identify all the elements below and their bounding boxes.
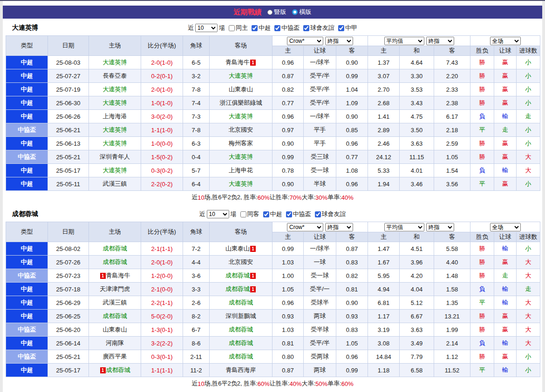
filter-checkbox-input[interactable] [252, 25, 258, 31]
filter-checkbox-2[interactable]: 中協盃 [286, 210, 311, 218]
team-link[interactable]: 武漢三鎮 [103, 180, 127, 187]
team-link[interactable]: 深圳新鵬城 [226, 312, 256, 319]
team-link[interactable]: 上海海港 [103, 113, 127, 120]
filter-checkbox-3[interactable]: 球會友誼 [315, 210, 346, 218]
team-link[interactable]: 成都蓉城 [229, 339, 253, 346]
team-link[interactable]: 成都蓉城 [103, 312, 127, 319]
corner-cell: 3-6 [183, 269, 210, 283]
odds-column-header-6: 胜负 [470, 232, 494, 242]
radio-icon[interactable] [267, 10, 272, 15]
result-goals-cell: 小 [517, 177, 540, 191]
handicap-cell: 两球 [304, 364, 336, 377]
result-handicap-cell: 赢 [494, 69, 517, 83]
result-text: 赢 [502, 99, 508, 106]
average-select[interactable]: 平均值 [384, 37, 424, 45]
book-index-select[interactable]: 終指 [325, 37, 353, 45]
filter-checkbox-input[interactable] [240, 211, 246, 217]
team-link[interactable]: 長春亞泰 [103, 72, 127, 79]
radio-label-horizontal: 橫版 [300, 8, 312, 16]
scope-select[interactable]: 全场 [490, 37, 521, 45]
team-link[interactable]: 山東泰山 [225, 245, 250, 252]
team-link[interactable]: 成都蓉城 [106, 366, 130, 373]
type-cell: 中超 [6, 96, 48, 110]
team-link[interactable]: 河南隊 [106, 339, 124, 346]
scope-select[interactable]: 全场 [490, 223, 521, 231]
team-link[interactable]: 青島海牛 [225, 59, 250, 66]
team-link[interactable]: 浙江俱樂部綠城 [220, 99, 262, 106]
away-team-cell: 深圳新鵬城 [210, 310, 272, 323]
team-link[interactable]: 深圳青年人 [100, 153, 130, 160]
filter-checkbox-input[interactable] [315, 211, 321, 217]
team-link[interactable]: 大連英博 [229, 113, 253, 120]
corner-cell: 0-4 [183, 150, 210, 164]
score-cell: 2-0(1-0) [141, 83, 183, 96]
team-link[interactable]: 大連英博 [103, 126, 127, 133]
team-link[interactable]: 青島西海岸 [226, 366, 256, 373]
team-link[interactable]: 大連英博 [103, 99, 127, 106]
filter-checkbox-input[interactable] [229, 25, 235, 31]
filter-checkbox-1[interactable]: 中超 [263, 210, 282, 218]
team-link[interactable]: 廣西平果 [103, 353, 127, 360]
recent-count-select[interactable]: 10 [207, 210, 229, 218]
radio-icon[interactable] [292, 9, 298, 15]
result-outcome-cell: 負 [470, 337, 494, 350]
team-link[interactable]: 成都蓉城 [225, 285, 250, 292]
team-link[interactable]: 大連英博 [103, 167, 127, 174]
team-link[interactable]: 大連英博 [229, 180, 253, 187]
filter-checkbox-input[interactable] [286, 211, 292, 217]
avg-index-select[interactable]: 終指 [426, 37, 454, 45]
team-link[interactable]: 成都蓉城 [229, 353, 253, 360]
avg-draw-cell: 6.58 [400, 364, 434, 377]
team-link[interactable]: 大連英博 [229, 153, 253, 160]
team-link[interactable]: 成都蓉城 [103, 258, 127, 265]
type-cell: 中協盃 [6, 150, 48, 164]
layout-option-vertical[interactable]: 豎版 [267, 8, 286, 16]
team-link[interactable]: 大連英博 [103, 140, 127, 147]
team-link[interactable]: 成都蓉城 [103, 245, 127, 252]
filter-checkbox-3[interactable]: 球會友誼 [303, 24, 334, 32]
team-link[interactable]: 成都蓉城 [229, 326, 253, 333]
team-link[interactable]: 北京國安 [229, 126, 253, 133]
corner-cell: 6-7 [183, 323, 210, 337]
score-text: 3-2(2-2) [151, 340, 172, 347]
avg-home-cell: 1.41 [368, 110, 400, 123]
filter-checkbox-input[interactable] [274, 25, 280, 31]
average-select[interactable]: 平均值 [384, 223, 424, 231]
team-link[interactable]: 成都蓉城 [225, 272, 250, 279]
summary-segment: 单率: [327, 379, 341, 388]
team-link[interactable]: 大連英博 [229, 72, 253, 79]
corner-cell: 7-2 [183, 242, 210, 256]
team-link[interactable]: 大連英博 [103, 59, 127, 66]
team-name: 成都蓉城 [12, 210, 38, 218]
team-link[interactable]: 天津津門虎 [100, 285, 130, 292]
team-link[interactable]: 山東泰山 [229, 86, 253, 93]
result-text: 小 [525, 353, 531, 360]
bookmaker-select[interactable]: Crow* [287, 37, 323, 45]
team-link[interactable]: 山東泰山 [103, 326, 127, 333]
bookmaker-select[interactable]: Crow* [287, 223, 323, 231]
team-link[interactable]: 北京國安 [229, 258, 253, 265]
filter-checkbox-input[interactable] [338, 25, 344, 31]
home-team-cell: 長春亞泰 [89, 69, 141, 83]
filter-checkbox-0[interactable]: 同客 [240, 210, 259, 218]
filter-checkbox-2[interactable]: 中協盃 [274, 24, 300, 32]
table-row: 中協盃25-05-21深圳青年人1-5(0-2)0-4大連英博0.99受三球0.… [6, 150, 540, 164]
filter-checkbox-input[interactable] [303, 25, 309, 31]
type-cell: 中超 [6, 177, 48, 191]
away-odds-cell: 0.96 [336, 177, 368, 191]
filter-checkbox-4[interactable]: 中甲 [338, 24, 357, 32]
avg-index-select[interactable]: 終指 [426, 223, 454, 231]
book-index-select[interactable]: 終指 [325, 223, 353, 231]
team-link[interactable]: 成都蓉城 [229, 299, 253, 306]
table-row: 中超25-07-27長春亞泰0-2(0-1)3-2大連英博0.87受平/半0.9… [6, 69, 540, 83]
layout-option-horizontal[interactable]: 橫版 [292, 8, 312, 16]
team-link[interactable]: 大連英博 [103, 86, 127, 93]
filter-checkbox-1[interactable]: 中超 [252, 24, 271, 32]
team-link[interactable]: 梅州客家 [229, 140, 253, 147]
team-link[interactable]: 武漢三鎮 [103, 299, 127, 306]
team-link[interactable]: 青島海牛 [106, 272, 130, 279]
filter-checkbox-0[interactable]: 同主 [229, 24, 248, 32]
recent-count-select[interactable]: 10 [195, 24, 218, 32]
filter-checkbox-input[interactable] [263, 211, 269, 217]
team-link[interactable]: 上海申花 [229, 167, 253, 174]
